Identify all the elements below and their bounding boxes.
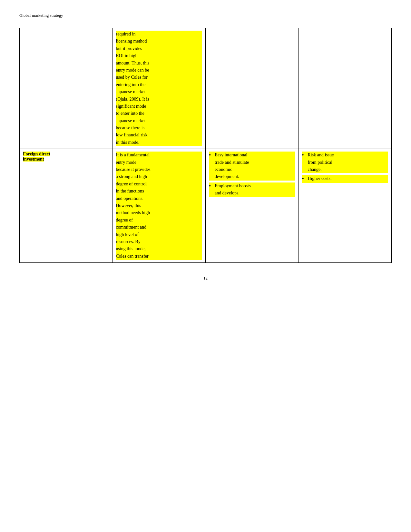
line-4: ROI in high: [116, 52, 202, 59]
bullet-dot-4: •: [302, 175, 307, 182]
line-5: amount. Thus, this: [116, 60, 202, 67]
line-8: entering into the: [116, 81, 202, 88]
line-1: required in: [116, 31, 202, 38]
col2-fdi-lines: It is a fundamental entry mode because i…: [116, 152, 202, 260]
col1-top: [20, 28, 113, 149]
col4-fdi: • Risk and issue from political change. …: [298, 149, 392, 263]
col4-top: [298, 28, 392, 149]
header-title: Global marketing strategy: [19, 13, 63, 18]
line-2: licensing method: [116, 38, 202, 45]
bullet-text-3: Risk and issue from political change.: [308, 152, 334, 173]
line-6: entry mode can be: [116, 67, 202, 74]
fdi-line-13: resources. By: [116, 238, 202, 245]
fdi-line-10: degree of: [116, 217, 202, 224]
fdi-line-2: entry mode: [116, 159, 202, 166]
bullet-text-2: Employment boosts and develops.: [215, 182, 251, 197]
main-table: required in licensing method but it prov…: [19, 28, 392, 263]
col3-bullet-list: • Easy international trade and stimulate…: [209, 152, 295, 197]
fdi-line-5: degree of control: [116, 181, 202, 188]
bullet-item-2: • Employment boosts and develops.: [209, 182, 295, 197]
fdi-line-11: commitment and: [116, 224, 202, 231]
fdi-line-4: a strong and high: [116, 173, 202, 180]
line-13: Japanese market: [116, 117, 202, 124]
col2-top-lines: required in licensing method but it prov…: [116, 31, 202, 146]
b2-line-2: and develops.: [215, 190, 251, 197]
fdi-line-12: high level of: [116, 231, 202, 238]
col4-bullet-list: • Risk and issue from political change. …: [302, 152, 388, 183]
bullet-item-4: • Higher costs.: [302, 175, 388, 182]
line-3: but it provides: [116, 45, 202, 52]
line-12: to enter into the: [116, 110, 202, 117]
page-number: 12: [19, 276, 392, 281]
col1-fdi: Foreign direct investment: [20, 149, 113, 263]
b3-line-1: Risk and issue: [308, 152, 334, 159]
bullet-dot-1: •: [209, 152, 213, 159]
fdi-line-9: method needs high: [116, 209, 202, 216]
page-number-text: 12: [203, 276, 208, 281]
bullet-text-4: Higher costs.: [308, 175, 332, 182]
col2-top: required in licensing method but it prov…: [113, 28, 206, 149]
b3-line-3: change.: [308, 166, 334, 173]
fdi-line-7: and operations.: [116, 195, 202, 202]
fdi-label-line2: investment: [23, 157, 44, 162]
line-10: (Ojala, 2009). It is: [116, 96, 202, 103]
bullet-item-3: • Risk and issue from political change.: [302, 152, 388, 173]
fdi-line-15: Coles can transfer: [116, 253, 202, 260]
line-11: significant mode: [116, 103, 202, 110]
bullet-dot-2: •: [209, 182, 213, 190]
fdi-line-6: in the functions: [116, 188, 202, 195]
fdi-label-line1: Foreign direct: [23, 152, 50, 156]
b1-line-3: economic: [215, 166, 249, 173]
col3-fdi: • Easy international trade and stimulate…: [206, 149, 299, 263]
bullet-item-1: • Easy international trade and stimulate…: [209, 152, 295, 181]
bullet-text-1: Easy international trade and stimulate e…: [215, 152, 249, 181]
b1-line-1: Easy international: [215, 152, 249, 159]
b2-line-1: Employment boosts: [215, 182, 251, 190]
fdi-line-1: It is a fundamental: [116, 152, 202, 159]
line-9: Japanese market: [116, 88, 202, 95]
line-7: used by Coles for: [116, 74, 202, 81]
b3-line-2: from political: [308, 159, 334, 166]
b1-line-2: trade and stimulate: [215, 159, 249, 166]
line-14: because there is: [116, 124, 202, 132]
table-row-fdi: Foreign direct investment It is a fundam…: [20, 149, 392, 263]
bullet-dot-3: •: [302, 152, 307, 159]
table-row: required in licensing method but it prov…: [20, 28, 392, 149]
fdi-line-8: However, this: [116, 202, 202, 209]
col3-top: [206, 28, 299, 149]
page-header: Global marketing strategy: [19, 13, 392, 18]
fdi-line-14: using this mode,: [116, 245, 202, 252]
col2-fdi: It is a fundamental entry mode because i…: [113, 149, 206, 263]
line-16: in this mode.: [116, 139, 202, 146]
b1-line-4: development.: [215, 173, 249, 180]
fdi-line-3: because it provides: [116, 166, 202, 173]
b4-line-1: Higher costs.: [308, 175, 332, 182]
line-15: low financial risk: [116, 132, 202, 139]
